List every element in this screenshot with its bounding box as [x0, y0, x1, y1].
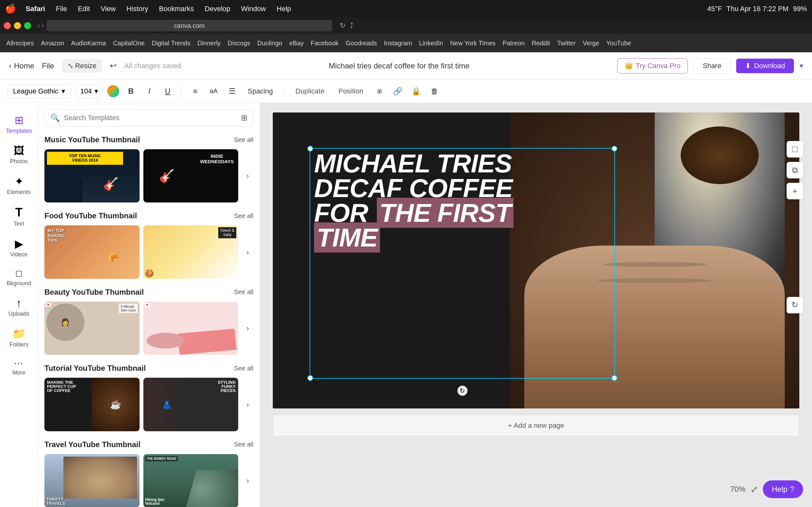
copy-element-button[interactable]: ⧉: [786, 162, 803, 178]
travel-template-2[interactable]: THE ROWDY ROAD Hiking IjenVolcano: [143, 454, 239, 507]
music-see-all[interactable]: See all: [234, 136, 253, 144]
bookmark-allrecipes[interactable]: Allrecipes: [6, 40, 34, 47]
bookmark-digitaltrends[interactable]: Digital Trends: [152, 40, 190, 47]
menu-safari[interactable]: Safari: [23, 3, 48, 14]
resize-button[interactable]: ⤡ Resize: [62, 59, 102, 72]
close-window-button[interactable]: [4, 22, 11, 29]
url-bar[interactable]: canva.com: [47, 20, 332, 32]
file-button[interactable]: File: [42, 61, 54, 70]
menu-bookmarks[interactable]: Bookmarks: [156, 3, 196, 14]
underline-button[interactable]: U: [161, 84, 174, 98]
sidebar-item-templates[interactable]: ⊞ Templates: [0, 109, 38, 139]
tutorial-see-all[interactable]: See all: [234, 365, 253, 372]
share-button[interactable]: ⤴: [350, 21, 353, 30]
bookmark-nyt[interactable]: New York Times: [450, 40, 496, 47]
music-template-1[interactable]: TOP TEN MUSICVIDEOS 2019 🎸: [44, 149, 140, 203]
music-template-2[interactable]: INDIEWEDNESDAYS 🎸: [143, 149, 239, 203]
download-chevron[interactable]: ▾: [800, 62, 803, 70]
bookmark-patreon[interactable]: Patreon: [502, 40, 525, 47]
travel-see-all[interactable]: See all: [234, 441, 253, 448]
music-row-next[interactable]: ›: [242, 170, 253, 181]
bookmark-audiokarma[interactable]: AudioKarma: [71, 40, 106, 47]
menu-edit[interactable]: Edit: [75, 3, 93, 14]
beauty-template-1[interactable]: 👩 5-MinuteSkin Care ▶: [44, 302, 140, 355]
add-element-button[interactable]: □: [786, 141, 803, 158]
help-button[interactable]: Help ?: [763, 481, 803, 498]
refresh-button[interactable]: ↻: [786, 297, 803, 314]
bookmark-twitter[interactable]: Twitter: [557, 40, 576, 47]
bookmark-linkedin[interactable]: LinkedIn: [419, 40, 443, 47]
forward-button[interactable]: ›: [42, 21, 44, 30]
canvas-element[interactable]: MICHAEL TRIES DECAF COFFEE FOR THE FIRST…: [273, 112, 799, 408]
bookmark-amazon[interactable]: Amazon: [41, 40, 64, 47]
sidebar-item-uploads[interactable]: ↑ Uploads: [0, 292, 38, 322]
menu-view[interactable]: View: [98, 3, 118, 14]
download-button[interactable]: ⬇ Download: [736, 59, 794, 73]
delete-button[interactable]: 🗑: [428, 84, 441, 98]
menu-develop[interactable]: Develop: [202, 3, 233, 14]
bookmark-discogs[interactable]: Discogs: [228, 40, 250, 47]
undo-button[interactable]: ↩: [110, 61, 117, 71]
beauty-see-all[interactable]: See all: [234, 288, 253, 296]
position-button[interactable]: Position: [334, 84, 368, 98]
lock-button[interactable]: 🔒: [409, 84, 423, 98]
zoom-expand-button[interactable]: ⤢: [751, 484, 758, 495]
checkerboard-button[interactable]: ⊞: [373, 84, 386, 98]
duplicate-button[interactable]: Duplicate: [291, 84, 329, 98]
rotate-handle[interactable]: ↻: [457, 386, 467, 396]
back-button[interactable]: ‹: [38, 21, 40, 30]
food-template-1[interactable]: MY TOPBAKINGTIPS 🥐: [44, 225, 140, 279]
spacing-button[interactable]: Spacing: [244, 84, 277, 98]
font-size-selector[interactable]: 104 ▾: [76, 84, 102, 98]
menu-history[interactable]: History: [124, 3, 151, 14]
bold-button[interactable]: B: [124, 84, 138, 98]
bookmark-verge[interactable]: Verge: [583, 40, 599, 47]
food-row-next[interactable]: ›: [242, 246, 253, 258]
bookmark-dinnerly[interactable]: Dinnerly: [197, 40, 220, 47]
beauty-row-next[interactable]: ›: [242, 323, 253, 334]
food-template-2[interactable]: Sweet &Salty 🍪: [143, 225, 239, 279]
try-pro-button[interactable]: 👑 Try Canva Pro: [617, 58, 688, 73]
bookmark-duolingo[interactable]: Duolingo: [257, 40, 282, 47]
sidebar-item-more[interactable]: ··· More: [0, 354, 38, 381]
filter-icon[interactable]: ⊞: [241, 113, 247, 122]
minimize-window-button[interactable]: [14, 22, 21, 29]
text-block-container[interactable]: MICHAEL TRIES DECAF COFFEE FOR THE FIRST…: [310, 148, 615, 379]
link-button[interactable]: 🔗: [391, 84, 404, 98]
align-button[interactable]: ≡: [189, 84, 202, 98]
text-case-button[interactable]: aA: [207, 84, 220, 98]
menu-help[interactable]: Help: [274, 3, 293, 14]
sidebar-item-photos[interactable]: 🖼 Photos: [0, 140, 38, 169]
beauty-template-2[interactable]: ▶: [143, 302, 239, 355]
bookmark-youtube[interactable]: YouTube: [606, 40, 631, 47]
document-title[interactable]: Michael tries decaf coffee for the first…: [181, 61, 618, 70]
sidebar-item-folders[interactable]: 📁 Folders: [0, 323, 38, 352]
share-button[interactable]: Share: [693, 58, 730, 73]
search-input[interactable]: [64, 114, 237, 122]
bookmark-goodreads[interactable]: Goodreads: [345, 40, 377, 47]
menu-window[interactable]: Window: [239, 3, 268, 14]
travel-row-next[interactable]: ›: [242, 475, 253, 487]
bookmark-reddit[interactable]: Reddit: [531, 40, 550, 47]
list-button[interactable]: ☰: [225, 84, 239, 98]
text-color-button[interactable]: [107, 85, 119, 97]
sidebar-item-elements[interactable]: ✦ Elements: [0, 170, 38, 200]
bookmark-capitalone[interactable]: CapitalOne: [113, 40, 145, 47]
tutorial-row-next[interactable]: ›: [242, 399, 253, 410]
travel-template-1[interactable]: THRIFTYTRAVELS: [44, 454, 140, 507]
font-family-selector[interactable]: League Gothic ▾: [8, 84, 71, 98]
menu-file[interactable]: File: [53, 3, 69, 14]
reload-button[interactable]: ↻: [340, 21, 345, 30]
fullscreen-window-button[interactable]: [24, 22, 31, 29]
plus-button[interactable]: +: [786, 183, 803, 199]
italic-button[interactable]: I: [143, 84, 156, 98]
apple-menu-icon[interactable]: 🍎: [5, 3, 16, 14]
tutorial-template-2[interactable]: STYLINGFUNKYPIECES 👗: [143, 378, 239, 431]
home-button[interactable]: ‹ Home: [9, 61, 34, 70]
add-page-button[interactable]: + Add a new page: [273, 415, 799, 436]
sidebar-item-background[interactable]: □ Bkground: [0, 264, 38, 291]
food-see-all[interactable]: See all: [234, 212, 253, 220]
sidebar-item-videos[interactable]: ▶ Videos: [0, 233, 38, 262]
bookmark-ebay[interactable]: eBay: [289, 40, 304, 47]
sidebar-item-text[interactable]: T Text: [0, 201, 38, 232]
